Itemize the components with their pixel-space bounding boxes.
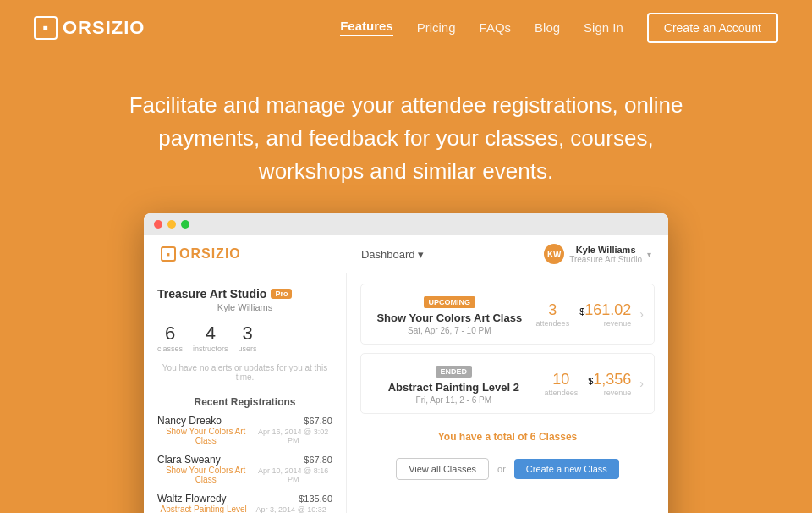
reg-class-1: Show Your Colors Art Class [157, 427, 254, 445]
stat-users: 3 users [239, 323, 257, 353]
reg-detail-2: Show Your Colors Art Class Apr 10, 2014 … [157, 466, 332, 484]
studio-owner: Kyle Williams [157, 302, 332, 312]
class-rev-1: 161.02 [584, 301, 631, 319]
class-att-label-2: attendees [545, 389, 579, 397]
studio-name: Treasure Art Studio [157, 287, 266, 301]
user-name: Kyle Williams [569, 245, 642, 255]
nav-links: Features Pricing FAQs Blog Sign In Creat… [340, 13, 778, 43]
user-chevron: ▾ [647, 250, 651, 259]
stat-classes-label: classes [157, 345, 183, 353]
reg-class-2: Show Your Colors Art Class [157, 466, 254, 484]
reg-row-3: Waltz Flowredy $135.60 [157, 493, 332, 505]
reg-date-2: Apr 10, 2014 @ 8:16 PM [254, 466, 332, 483]
create-class-button[interactable]: Create a new Class [514, 459, 619, 479]
hero-section: Facilitate and manage your attendee regi… [0, 55, 812, 513]
reg-item-1: Nancy Dreako $67.80 Show Your Colors Art… [157, 415, 332, 445]
reg-amount-3: $135.60 [299, 494, 332, 504]
left-panel: Treasure Art Studio Pro Kyle Williams 6 … [144, 273, 347, 513]
mockup-window: ■ ORSIZIO Dashboard ▾ KW Kyle Williams T… [144, 213, 668, 513]
mockup-logo-icon: ■ [161, 246, 176, 262]
class-time-1: Sat, Apr 26, 7 - 10 PM [371, 326, 528, 335]
app-mockup: ■ ORSIZIO Dashboard ▾ KW Kyle Williams T… [144, 213, 668, 513]
logo-icon: ■ [34, 16, 58, 40]
reg-date-1: Apr 16, 2014 @ 3:02 PM [254, 428, 332, 444]
alert-text: You have no alerts or updates for you at… [157, 363, 332, 382]
class-name-2: Abstract Painting Level 2 [371, 381, 536, 394]
create-account-button[interactable]: Create an Account [647, 13, 778, 43]
studio-badge: Pro [271, 289, 292, 299]
user-info: Kyle Williams Treasure Art Studio [569, 245, 642, 264]
view-all-classes-button[interactable]: View all Classes [396, 458, 489, 480]
reg-amount-1: $67.80 [304, 416, 332, 426]
stat-instructors-num: 4 [193, 323, 228, 345]
class-card-1: Upcoming Show Your Colors Art Class Sat,… [360, 284, 655, 345]
class-actions: View all Classes or Create a new Class [360, 458, 655, 480]
stat-instructors-label: instructors [193, 345, 228, 353]
stats-row: 6 classes 4 instructors 3 users [157, 323, 332, 353]
navbar: ■ ORSIZIO Features Pricing FAQs Blog Sig… [0, 0, 812, 55]
mockup-body: Treasure Art Studio Pro Kyle Williams 6 … [144, 273, 668, 513]
stat-users-label: users [239, 345, 257, 353]
nav-features[interactable]: Features [340, 19, 393, 36]
or-text: or [497, 464, 506, 474]
total-text-prefix: You have a total of [438, 431, 528, 443]
class-att-num-1: 3 [536, 301, 570, 319]
dot-close [154, 220, 162, 229]
stat-instructors: 4 instructors [193, 323, 228, 353]
class-badge-upcoming: Upcoming [424, 296, 476, 308]
stat-classes-num: 6 [157, 323, 183, 345]
class-rev-label-1: revenue [579, 319, 631, 328]
mockup-logo: ■ ORSIZIO [161, 246, 241, 262]
reg-item-3: Waltz Flowredy $135.60 Abstract Painting… [157, 493, 332, 513]
logo-text: ORSIZIO [63, 17, 145, 39]
chevron-right-icon-1: › [639, 307, 644, 321]
class-att-num-2: 10 [545, 371, 579, 389]
reg-amount-2: $67.80 [304, 455, 332, 465]
nav-faqs[interactable]: FAQs [480, 20, 512, 35]
class-attendees-1: 3 attendees [536, 301, 570, 328]
user-menu[interactable]: KW Kyle Williams Treasure Art Studio ▾ [544, 244, 651, 264]
reg-name-2: Clara Sweany [157, 454, 221, 466]
class-attendees-2: 10 attendees [545, 371, 579, 397]
reg-row-1: Nancy Dreako $67.80 [157, 415, 332, 427]
reg-detail-3: Abstract Painting Level 2 Apr 3, 2014 @ … [157, 505, 332, 513]
dot-maximize [181, 220, 189, 229]
nav-blog[interactable]: Blog [535, 20, 560, 35]
dashboard-dropdown[interactable]: Dashboard ▾ [361, 248, 424, 261]
class-stats-2: 10 attendees $ 1,356 revenue [545, 371, 632, 397]
reg-date-3: Apr 3, 2014 @ 10:32 AM [250, 505, 332, 513]
dot-minimize [167, 220, 176, 229]
class-card-2: Ended Abstract Painting Level 2 Fri, Apr… [360, 353, 655, 414]
class-rev-2: 1,356 [593, 371, 631, 389]
divider-1 [157, 389, 332, 389]
class-badge-ended: Ended [436, 366, 473, 378]
mockup-logo-text: ORSIZIO [179, 246, 241, 262]
studio-header: Treasure Art Studio Pro [157, 287, 332, 301]
stat-users-num: 3 [239, 323, 257, 345]
stat-classes: 6 classes [157, 323, 183, 353]
nav-pricing[interactable]: Pricing [417, 20, 456, 35]
class-name-1: Show Your Colors Art Class [371, 312, 528, 324]
user-studio: Treasure Art Studio [569, 255, 642, 264]
reg-row-2: Clara Sweany $67.80 [157, 454, 332, 466]
hero-headline: Facilitate and manage your attendee regi… [118, 89, 694, 188]
window-titlebar [144, 213, 668, 235]
class-revenue-1: $ 161.02 revenue [579, 301, 631, 328]
reg-name-1: Nancy Dreako [157, 415, 222, 427]
logo: ■ ORSIZIO [34, 16, 145, 40]
right-panel: Upcoming Show Your Colors Art Class Sat,… [347, 273, 668, 513]
class-info-2: Ended Abstract Painting Level 2 Fri, Apr… [371, 362, 536, 405]
class-time-2: Fri, Apr 11, 2 - 6 PM [371, 395, 536, 405]
total-num: 6 [530, 431, 536, 443]
chevron-right-icon-2: › [639, 377, 644, 390]
class-att-label-1: attendees [536, 319, 570, 328]
nav-signin[interactable]: Sign In [584, 20, 623, 35]
reg-item-2: Clara Sweany $67.80 Show Your Colors Art… [157, 454, 332, 484]
total-classes: You have a total of 6 Classes [360, 422, 655, 451]
avatar: KW [544, 244, 564, 264]
class-info-1: Upcoming Show Your Colors Art Class Sat,… [371, 293, 528, 335]
total-text-suffix: Classes [539, 431, 577, 443]
class-revenue-2: $ 1,356 revenue [588, 371, 631, 397]
class-stats-1: 3 attendees $ 161.02 revenue [536, 301, 632, 328]
reg-detail-1: Show Your Colors Art Class Apr 16, 2014 … [157, 427, 332, 445]
